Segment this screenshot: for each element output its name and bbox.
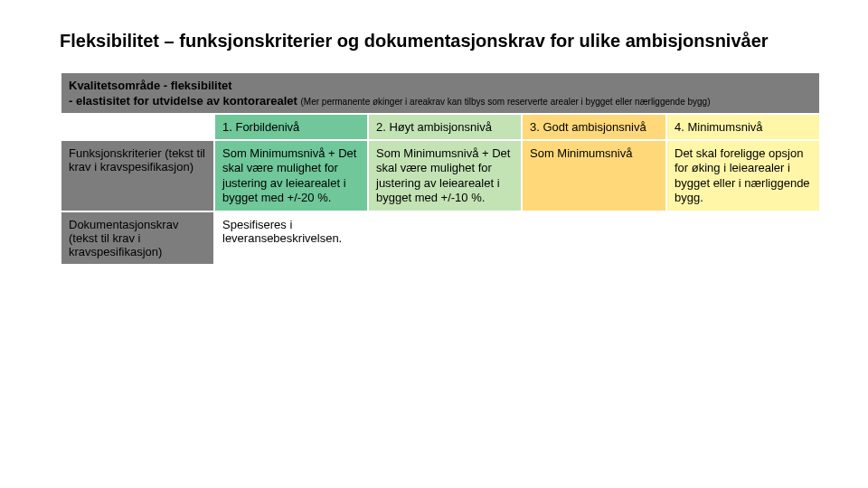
row-label-funksjonskriterier: Funksjonskriterier (tekst til krav i kra… (61, 140, 214, 211)
cell-funk-level3: Som Minimumsnivå (522, 140, 666, 211)
table-row: Funksjonskriterier (tekst til krav i kra… (61, 140, 820, 211)
header-line2-note: (Mer permanente økinger i areakrav kan t… (301, 97, 711, 107)
cell-dok-level1: Spesifiseres i leveransebeskrivelsen. (214, 211, 368, 265)
cell-funk-level2: Som Minimumsnivå + Det skal være mulighe… (368, 140, 522, 211)
row-label-dokumentasjonskrav: Dokumentasjonskrav (tekst til krav i kra… (61, 211, 214, 265)
level-1-header: 1. Forbildenivå (214, 114, 368, 140)
level-4-header: 4. Minimumsnivå (666, 114, 820, 140)
cell-dok-level4 (666, 211, 820, 265)
level-3-header: 3. Godt ambisjonsnivå (522, 114, 666, 140)
criteria-table: Kvalitetsområde - fleksibilitet - elasti… (60, 71, 821, 266)
cell-funk-level1: Som Minimumsnivå + Det skal være mulighe… (214, 140, 368, 211)
quality-area-header: Kvalitetsområde - fleksibilitet - elasti… (61, 72, 820, 114)
cell-dok-level3 (522, 211, 666, 265)
cell-dok-level2 (368, 211, 522, 265)
empty-corner (61, 114, 214, 140)
header-line2-bold: - elastisitet for utvidelse av kontorare… (69, 94, 297, 108)
table-header-row: Kvalitetsområde - fleksibilitet - elasti… (61, 72, 820, 114)
level-header-row: 1. Forbildenivå 2. Høyt ambisjonsnivå 3.… (61, 114, 820, 140)
header-line1: Kvalitetsområde - fleksibilitet (69, 79, 812, 92)
cell-funk-level4: Det skal foreligge opsjon for øking i le… (666, 140, 820, 211)
header-line2: - elastisitet for utvidelse av kontorare… (69, 94, 812, 108)
level-2-header: 2. Høyt ambisjonsnivå (368, 114, 522, 140)
page-title: Fleksibilitet – funksjonskriterier og do… (60, 31, 814, 52)
table-row: Dokumentasjonskrav (tekst til krav i kra… (61, 211, 820, 265)
